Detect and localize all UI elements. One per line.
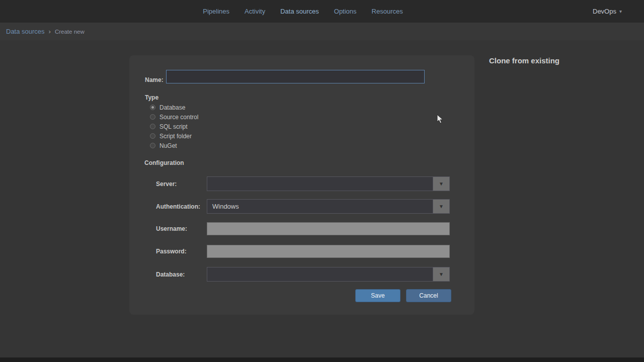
radio-icon <box>150 124 155 129</box>
cancel-button[interactable]: Cancel <box>406 289 451 302</box>
password-label: Password: <box>156 248 207 255</box>
radio-option-nuget[interactable]: NuGet <box>150 141 198 150</box>
nav-item-resources[interactable]: Resources <box>372 0 403 23</box>
breadcrumb-chevron-icon: › <box>49 28 51 35</box>
radio-label: Database <box>159 104 185 111</box>
radio-icon <box>150 143 155 148</box>
database-field-row: Database: ▼ <box>156 267 450 282</box>
server-dropdown-value <box>207 177 433 191</box>
database-dropdown[interactable]: ▼ <box>207 267 450 282</box>
password-field-row: Password: <box>156 244 450 258</box>
radio-icon <box>150 114 155 120</box>
radio-option-sql-script[interactable]: SQL script <box>150 122 198 131</box>
radio-option-script-folder[interactable]: Script folder <box>150 131 198 141</box>
breadcrumb-data-sources-link[interactable]: Data sources <box>6 28 45 35</box>
dropdown-caret-icon[interactable]: ▼ <box>433 267 449 281</box>
nav-item-options[interactable]: Options <box>334 0 357 23</box>
server-label: Server: <box>156 180 207 188</box>
authentication-field-row: Authentication: Windows ▼ <box>156 199 450 214</box>
database-dropdown-value <box>207 267 433 281</box>
server-field-row: Server: ▼ <box>156 176 450 191</box>
radio-option-database[interactable]: Database <box>150 103 198 112</box>
authentication-dropdown[interactable]: Windows ▼ <box>207 199 450 214</box>
breadcrumb: Data sources › Create new <box>0 23 644 40</box>
server-dropdown[interactable]: ▼ <box>207 176 450 191</box>
radio-option-source-control[interactable]: Source control <box>150 112 198 122</box>
bottom-edge-strip <box>0 357 644 362</box>
username-label: Username: <box>156 225 207 232</box>
account-label: DevOps <box>593 8 616 15</box>
radio-label: Source control <box>159 114 198 121</box>
nav-item-activity[interactable]: Activity <box>245 0 265 23</box>
type-radio-group: Database Source control SQL script Scrip… <box>150 103 198 150</box>
radio-label: NuGet <box>159 142 177 149</box>
username-field-row: Username: <box>156 221 450 236</box>
account-menu[interactable]: DevOps ▾ <box>593 0 622 23</box>
database-label: Database: <box>156 271 207 278</box>
radio-icon <box>150 105 155 110</box>
name-input[interactable] <box>166 70 425 83</box>
clone-from-existing-heading: Clone from existing <box>489 56 559 65</box>
configuration-heading: Configuration <box>144 159 184 166</box>
save-button[interactable]: Save <box>355 289 400 302</box>
name-label: Name: <box>145 76 164 83</box>
radio-label: SQL script <box>159 123 188 130</box>
nav-item-data-sources[interactable]: Data sources <box>280 0 319 23</box>
breadcrumb-current: Create new <box>55 29 85 35</box>
create-data-source-panel: Name: Type Database Source control SQL s… <box>129 55 474 315</box>
username-input[interactable] <box>207 222 450 235</box>
password-input[interactable] <box>207 245 450 258</box>
dropdown-caret-icon[interactable]: ▼ <box>433 200 449 213</box>
radio-icon <box>150 133 155 139</box>
authentication-dropdown-value: Windows <box>207 200 433 213</box>
type-heading: Type <box>145 94 158 101</box>
authentication-label: Authentication: <box>156 203 207 210</box>
top-nav-bar: Pipelines Activity Data sources Options … <box>0 0 644 23</box>
chevron-down-icon: ▾ <box>619 9 622 14</box>
dropdown-caret-icon[interactable]: ▼ <box>433 177 449 191</box>
main-nav: Pipelines Activity Data sources Options … <box>203 0 403 23</box>
nav-item-pipelines[interactable]: Pipelines <box>203 0 229 23</box>
radio-label: Script folder <box>159 133 192 140</box>
